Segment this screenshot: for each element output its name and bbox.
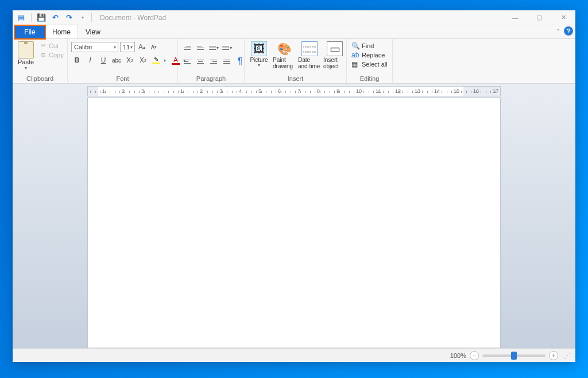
ruler-tick: [125, 91, 125, 93]
ruler-tick: [334, 91, 335, 93]
decrease-indent-button[interactable]: [181, 42, 193, 53]
grow-font-button[interactable]: A▴: [137, 42, 147, 52]
redo-icon[interactable]: ↷: [63, 11, 75, 24]
date-time-button[interactable]: Date and time: [297, 41, 322, 69]
insert-object-button[interactable]: ▭ Insert object: [323, 41, 347, 69]
bullets-button[interactable]: ▾: [208, 42, 219, 53]
file-tab-label: File: [24, 28, 35, 36]
picture-dropdown-icon[interactable]: ▾: [258, 63, 260, 68]
close-button[interactable]: ✕: [551, 10, 575, 25]
zoom-in-button[interactable]: +: [549, 351, 558, 360]
ruler-tick: [237, 91, 237, 93]
ruler-tick: [393, 91, 393, 93]
ruler-tick: [349, 91, 350, 93]
paste-button[interactable]: Paste ▾: [15, 40, 37, 71]
select-all-button[interactable]: ▦Select all: [351, 60, 388, 68]
copy-button[interactable]: ⧉Copy: [39, 51, 64, 59]
superscript-button[interactable]: X2: [137, 54, 149, 66]
ruler-tick: [457, 91, 457, 93]
ruler-tick: [373, 91, 374, 93]
minimize-button[interactable]: —: [503, 10, 527, 25]
highlight-color-button[interactable]: ✎: [150, 54, 162, 66]
ruler-tick: [232, 91, 233, 93]
ribbon-tabs: File Home View ⌃ ?: [13, 25, 575, 39]
collapse-ribbon-icon[interactable]: ⌃: [556, 28, 560, 34]
ruler-tick: [276, 91, 276, 93]
font-size-combo[interactable]: 11 ▾: [120, 42, 135, 52]
qat-customize-icon[interactable]: ▾: [76, 11, 89, 24]
find-button[interactable]: 🔍Find: [351, 42, 388, 50]
horizontal-ruler[interactable]: 3211234567891011121314151617: [87, 86, 501, 96]
ruler-tick: [115, 91, 115, 93]
group-label-font: Font: [70, 75, 175, 83]
ruler-tick: [188, 91, 188, 93]
ruler-tick: [222, 91, 223, 93]
strikethrough-button[interactable]: abc: [111, 54, 122, 66]
ruler-tick: [139, 91, 140, 93]
ruler-tick: [203, 91, 203, 93]
picture-button[interactable]: 🖼 Picture ▾: [247, 41, 271, 69]
ruler-tick: [110, 91, 110, 93]
ruler-tick: [291, 91, 291, 93]
italic-button[interactable]: I: [84, 54, 96, 66]
date-label: Date and time: [298, 57, 321, 69]
paste-label: Paste: [18, 59, 34, 65]
ruler-tick: [398, 91, 399, 93]
subscript-button[interactable]: X2: [124, 54, 136, 66]
paint-drawing-button[interactable]: 🎨 Paint drawing: [272, 41, 296, 69]
view-tab[interactable]: View: [78, 25, 108, 38]
maximize-button[interactable]: ▢: [527, 10, 551, 25]
home-tab[interactable]: Home: [45, 25, 78, 38]
bold-button[interactable]: B: [71, 54, 83, 66]
ruler-tick: [442, 91, 442, 93]
ruler-tick: [363, 91, 364, 93]
line-spacing-button[interactable]: ▾: [221, 42, 233, 53]
highlight-color-dropdown[interactable]: ▾: [164, 58, 168, 63]
group-label-editing: Editing: [349, 75, 390, 83]
align-center-button[interactable]: [195, 56, 206, 67]
save-icon[interactable]: 💾: [35, 11, 48, 24]
zoom-out-button[interactable]: −: [470, 351, 479, 360]
align-right-button[interactable]: [208, 56, 219, 67]
ruler-tick: [496, 91, 496, 93]
paste-dropdown-icon[interactable]: ▾: [25, 65, 27, 71]
copy-icon: ⧉: [39, 51, 47, 59]
font-family-combo[interactable]: Calibri ▾: [71, 42, 118, 52]
ruler-tick: [134, 91, 135, 93]
svg-rect-0: [24, 42, 28, 44]
ruler-tick: [437, 91, 438, 93]
resize-grip-icon[interactable]: ⋰: [564, 352, 571, 360]
ruler-tick: [173, 91, 174, 93]
calendar-icon: [301, 41, 318, 56]
paragraph-settings-button[interactable]: ¶: [234, 56, 246, 67]
replace-label: Replace: [362, 52, 385, 59]
align-left-button[interactable]: [181, 56, 193, 67]
ruler-tick: [427, 91, 428, 93]
font-size-value: 11: [123, 44, 130, 50]
ruler-tick: [388, 91, 389, 93]
ruler-tick: [403, 91, 403, 93]
undo-icon[interactable]: ↶: [49, 11, 61, 24]
ruler-tick: [164, 91, 164, 93]
paint-label: Paint drawing: [273, 57, 296, 69]
ruler-tick: [324, 91, 325, 93]
document-page[interactable]: [87, 98, 501, 348]
ruler-tick: [330, 91, 330, 93]
replace-button[interactable]: abReplace: [351, 51, 388, 59]
ruler-tick: [168, 91, 169, 93]
ruler-tick: [252, 91, 252, 93]
help-icon[interactable]: ?: [564, 26, 573, 36]
ruler-tick: [198, 91, 198, 93]
justify-button[interactable]: [221, 56, 233, 67]
ruler-tick: [246, 91, 247, 93]
ruler-tick: [149, 91, 149, 93]
underline-button[interactable]: U: [98, 54, 109, 66]
file-tab[interactable]: File: [15, 26, 45, 38]
ruler-tick: [417, 91, 418, 93]
group-label-paragraph: Paragraph: [180, 75, 242, 83]
zoom-slider-thumb[interactable]: [511, 352, 517, 360]
shrink-font-button[interactable]: A▾: [149, 42, 159, 52]
zoom-slider[interactable]: [482, 354, 546, 357]
increase-indent-button[interactable]: [195, 42, 206, 53]
cut-button[interactable]: ✂Cut: [39, 42, 64, 49]
